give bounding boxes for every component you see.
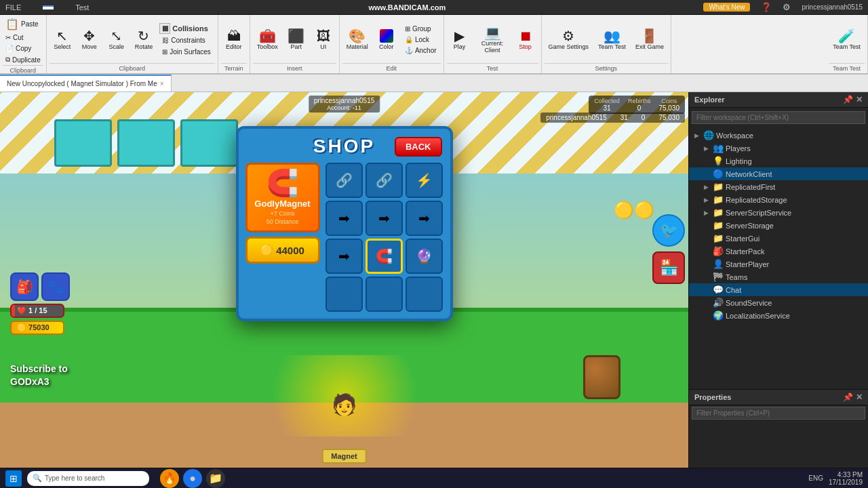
viewport[interactable]: 🟡🟡 🧑 Subscribe to GODxA3 Magnet princess… [0, 92, 688, 470]
team-test-main-btn[interactable]: 🧪 Team Test [829, 27, 865, 52]
test-tools: ▶ Play 💻 Current: Client ⏹ Stop [447, 16, 538, 63]
shop-item-11[interactable] [366, 277, 403, 312]
constraints-btn[interactable]: ⛓ Constraints [159, 35, 214, 45]
settings-tools: ⚙ Game Settings 👥 Team Test 🚪 Exit Game [545, 16, 668, 63]
part-btn[interactable]: ⬛ Part [283, 27, 309, 52]
shop-item-12[interactable] [406, 277, 443, 312]
doc-tab-title: New Uncopylocked ( Magnet Simulator ) Fr… [7, 80, 157, 87]
shop-hud-btn[interactable]: 🏪 [652, 251, 685, 284]
shop-item-8[interactable]: 🧲 [366, 239, 403, 274]
tree-item-chat[interactable]: 💬 Chat [689, 283, 868, 296]
whats-new-btn[interactable]: What's New [703, 3, 750, 12]
shop-item-3[interactable]: ⚡ [406, 163, 443, 198]
join-surfaces-btn[interactable]: ⊞ Join Surfaces [159, 47, 214, 57]
player-character: 🧑 [332, 392, 357, 416]
tree-item-replicatedfirst[interactable]: ▶ 📁 ReplicatedFirst [689, 180, 868, 193]
paste-btn[interactable]: 📋 Paste [3, 16, 43, 32]
back-button[interactable]: BACK [395, 137, 442, 157]
explorer-search[interactable] [692, 111, 865, 124]
cut-btn[interactable]: ✂ Cut [3, 33, 43, 43]
tree-item-starterplayer[interactable]: 👤 StarterPlayer [689, 258, 868, 270]
tree-item-lighting[interactable]: 💡 Lighting [689, 155, 868, 167]
tree-item-localizationservice[interactable]: 🌍 LocalizationService [689, 309, 868, 322]
explorer-close-btn[interactable]: ✕ [856, 95, 863, 104]
tree-item-teams[interactable]: 🏁 Teams [689, 270, 868, 283]
taskbar-browser[interactable]: 🔥 [160, 469, 179, 488]
shop-item-10[interactable] [326, 277, 363, 312]
help-icon[interactable]: ❓ [761, 2, 772, 12]
taskbar-app-3[interactable]: 📁 [206, 469, 225, 488]
tree-item-serverstorage[interactable]: 📁 ServerStorage [689, 219, 868, 232]
clipboard-tools: 📋 Paste ✂ Cut 📄 Copy ⧉ Duplicate [3, 16, 43, 65]
tree-label: StarterPack [726, 247, 764, 256]
tree-item-networkclient[interactable]: 🔵 NetworkClient [689, 167, 868, 180]
selected-item-box: 🧲 GodlyMagnet +7 Coins 50 Distance [245, 163, 320, 232]
doc-tab-close[interactable]: × [160, 80, 164, 87]
tree-item-startergui[interactable]: 📁 StarterGui [689, 232, 868, 245]
settings-icon[interactable]: ⚙ [783, 2, 791, 12]
stop-btn[interactable]: ⏹ Stop [513, 27, 538, 52]
clipboard-label: Clipboard [3, 65, 43, 74]
properties-pin-btn[interactable]: 📌 [843, 392, 853, 402]
team-test-btn[interactable]: 👥 Team Test [594, 27, 630, 52]
properties-search[interactable] [692, 407, 865, 420]
main-area: 🟡🟡 🧑 Subscribe to GODxA3 Magnet princess… [0, 92, 868, 470]
tree-item-soundservice[interactable]: 🔊 SoundService [689, 296, 868, 309]
tree-item-replicatedstorage[interactable]: ▶ 📁 ReplicatedStorage [689, 193, 868, 206]
tree-item-starterpack[interactable]: 🎒 StarterPack [689, 245, 868, 258]
copy-btn[interactable]: 📄 Copy [3, 43, 43, 54]
twitter-btn[interactable]: 🐦 [652, 214, 685, 247]
start-btn[interactable]: ⊞ [5, 470, 22, 487]
buy-button[interactable]: 🟡 44000 [245, 237, 320, 264]
pet-btn[interactable]: 🐾 [41, 272, 70, 301]
tree-icon: 📁 [713, 182, 724, 192]
shop-item-2[interactable]: 🔗 [366, 163, 403, 198]
rebirths-stat: Rebirths 0 [628, 98, 651, 112]
doc-tab-main[interactable]: New Uncopylocked ( Magnet Simulator ) Fr… [0, 75, 172, 92]
tree-item-workspace[interactable]: ▶ 🌐 Workspace [689, 129, 868, 142]
edit-tools: 🎨 Material Color ⊞ Group 🔒 Lock ⚓ Anchor [342, 16, 441, 63]
properties-close-btn[interactable]: ✕ [856, 392, 863, 402]
scale-btn[interactable]: ⤡ Scale [104, 27, 130, 52]
hud-player-row: princessjannah0515 31 0 75,030 [540, 113, 685, 123]
tree-label: Workspace [716, 131, 753, 140]
shop-item-6[interactable]: ➡ [406, 201, 443, 236]
lock-btn[interactable]: 🔒 Lock [402, 35, 439, 45]
ui-btn[interactable]: 🖼 UI [311, 27, 336, 52]
tab-test[interactable]: Test [75, 3, 89, 12]
group-btn[interactable]: ⊞ Group [402, 24, 439, 34]
tree-item-serverscriptservice[interactable]: ▶ 📁 ServerScriptService [689, 206, 868, 219]
menu-file[interactable]: FILE [5, 3, 21, 12]
current-client-btn[interactable]: 💻 Current: Client [474, 24, 511, 56]
toolbox-btn[interactable]: 🧰 Toolbox [253, 27, 282, 52]
select-btn[interactable]: ↖ Select [50, 27, 75, 52]
tree-label: NetworkClient [726, 170, 772, 178]
editor-btn[interactable]: 🏔 Editor [221, 27, 247, 52]
move-btn[interactable]: ✥ Move [77, 27, 102, 52]
backpack-btn[interactable]: 🎒 [10, 272, 39, 301]
shop-item-5[interactable]: ➡ [366, 201, 403, 236]
shop-item-7[interactable]: ➡ [326, 239, 363, 274]
collisions-row[interactable]: ▦ Collisions [159, 23, 214, 34]
explorer-pin-btn[interactable]: 📌 [843, 95, 853, 104]
taskbar-app-2[interactable]: ● [183, 469, 202, 488]
play-btn[interactable]: ▶ Play [447, 27, 473, 52]
material-btn[interactable]: 🎨 Material [342, 27, 372, 52]
rotate-btn[interactable]: ↻ Rotate [131, 27, 157, 52]
user-display: princessjannah0515 [802, 3, 863, 11]
shop-item-9[interactable]: 🔮 [406, 239, 443, 274]
game-settings-btn[interactable]: ⚙ Game Settings [545, 27, 593, 52]
shop-item-4[interactable]: ➡ [326, 201, 363, 236]
exit-game-btn[interactable]: 🚪 Exit Game [631, 27, 668, 52]
color-btn[interactable]: Color [374, 27, 399, 52]
explorer-header: Explorer 📌 ✕ [689, 92, 868, 108]
team-test-section: 🧪 Team Test Team Test [826, 15, 868, 73]
taskbar-search[interactable]: 🔍 Type here to search [27, 471, 149, 486]
shop-item-1[interactable]: 🔗 [326, 163, 363, 198]
tab-home[interactable] [43, 5, 54, 9]
terrain-section: 🏔 Editor Terrain [218, 15, 250, 73]
duplicate-btn[interactable]: ⧉ Duplicate [3, 54, 43, 65]
teal-panel-2 [117, 119, 175, 167]
tree-item-players[interactable]: ▶ 👥 Players [689, 142, 868, 155]
anchor-btn[interactable]: ⚓ Anchor [402, 45, 439, 56]
